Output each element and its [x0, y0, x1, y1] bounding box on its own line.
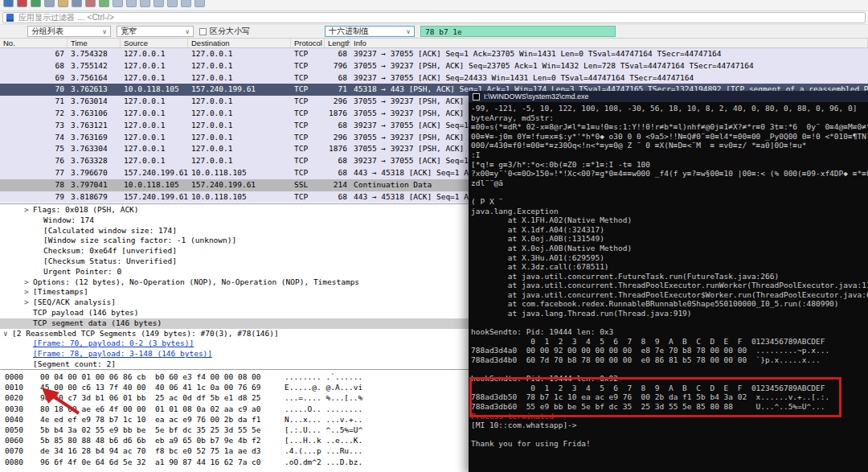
- packet-destination: 127.0.0.1: [188, 96, 291, 108]
- packet-protocol: TCP: [291, 72, 325, 84]
- main-toolbar: [0, 0, 868, 11]
- stop-capture-icon[interactable]: [17, 0, 27, 7]
- cmd-line: at X.1FH.A02(Native Method): [471, 215, 868, 225]
- packet-destination: 127.0.0.1: [188, 132, 291, 144]
- cmd-line: [471, 318, 868, 328]
- column-header-length[interactable]: Length: [325, 39, 350, 47]
- detail-text: TCP segment data (146 bytes): [33, 318, 162, 329]
- hex-bytes: 00 04 00 01 00 06 86 cb b0 60 e3 f4 00 0…: [40, 371, 275, 382]
- column-header-destination[interactable]: Destination: [188, 39, 291, 47]
- cmd-line: [MI 10::com.whatsapp]->: [471, 421, 868, 430]
- packet-time: 3.763121: [68, 120, 121, 132]
- packet-length: 68: [325, 120, 350, 132]
- hex-ascii: E.....@. @.A...vi: [285, 382, 362, 392]
- restart-capture-icon[interactable]: [31, 0, 41, 7]
- detail-text: [Calculated window size: 174]: [43, 226, 177, 236]
- packet-row[interactable]: 683.755142127.0.0.1127.0.0.1TCP79637055 …: [0, 60, 868, 72]
- auto-scroll-icon[interactable]: [194, 0, 205, 7]
- find-packet-icon[interactable]: [113, 0, 123, 7]
- packet-no: 69: [0, 72, 68, 84]
- expander-icon[interactable]: >: [24, 205, 33, 215]
- case-sensitive-checkbox[interactable]: 区分大小写: [199, 26, 250, 37]
- expander-icon[interactable]: ∨: [3, 329, 12, 339]
- packet-time: 3.754328: [68, 48, 121, 60]
- packet-length: 68: [325, 191, 350, 203]
- checkbox-icon[interactable]: [199, 28, 207, 35]
- expander-spacer: [35, 267, 43, 277]
- cmd-line: java.lang.Exception: [471, 207, 868, 216]
- hex-bytes: 9d f0 c7 3d b1 06 01 bb 25 ac 0d df 5b e…: [40, 392, 275, 403]
- cmd-output[interactable]: -99, -121, -5, 10, 122, 100, 108, -30, 5…: [469, 102, 868, 472]
- expander-spacer: [35, 257, 43, 267]
- cmd-line: ( P X ¨: [471, 197, 868, 207]
- find-width-dropdown[interactable]: 宽窄 ∨: [117, 26, 194, 37]
- chevron-down-icon: ∨: [406, 28, 411, 35]
- cmd-title-text: I:\WINDOWS\system32\cmd.exe: [484, 92, 589, 101]
- reload-icon[interactable]: [99, 0, 109, 7]
- cmd-line: at java.util.concurrent.ThreadPoolExecut…: [471, 290, 868, 300]
- packet-destination: 127.0.0.1: [188, 143, 291, 155]
- packet-protocol: TCP: [291, 191, 325, 203]
- cmd-line: at X.1df.A04(:324317): [471, 225, 868, 235]
- packet-no: 78: [0, 179, 68, 191]
- column-header-time[interactable]: Time: [68, 39, 121, 47]
- detail-text: [SEQ/ACK analysis]: [33, 298, 116, 308]
- hex-offset: 0030: [5, 404, 34, 414]
- hex-ascii: .4.(...p ...Ru...: [285, 445, 362, 456]
- open-file-icon[interactable]: [58, 0, 68, 7]
- packet-source: 127.0.0.1: [121, 60, 188, 72]
- go-back-icon[interactable]: [126, 0, 137, 7]
- packet-info: 37055 → 39237 [PSH, ACK] Seq=23705 Ack=1…: [350, 60, 868, 72]
- find-type-dropdown[interactable]: 十六进制值 ∨: [325, 26, 415, 37]
- hex-offset: 0070: [5, 445, 34, 456]
- packet-row[interactable]: 673.754328127.0.0.1127.0.0.1TCP6839237 →…: [0, 48, 868, 60]
- hex-ascii: .oO.dm^2 ...D.bz.: [285, 457, 362, 467]
- start-capture-icon[interactable]: [3, 0, 14, 7]
- find-input[interactable]: 78 b7 1e: [420, 26, 616, 37]
- detail-text: Window: 174: [43, 215, 94, 226]
- go-first-icon[interactable]: [167, 0, 178, 7]
- column-header-protocol[interactable]: Protocol: [291, 39, 325, 47]
- cmd-line: zdl¨¨@ä: [471, 179, 868, 188]
- packet-no: 75: [0, 143, 68, 155]
- cmd-line: 788ad3d4b0 60 7d 70 b8 78 00 00 00 e0 86…: [471, 355, 868, 365]
- expander-icon[interactable]: >: [24, 298, 33, 308]
- go-forward-icon[interactable]: [140, 0, 150, 7]
- hex-ascii: [.:.U... ^..5%=U^: [285, 425, 362, 435]
- display-filter-input[interactable]: 应用显示过滤器 … <Ctrl-/>: [2, 12, 866, 23]
- expander-icon[interactable]: >: [24, 287, 33, 298]
- packet-length: 68: [325, 48, 350, 60]
- detail-text: TCP payload (146 bytes): [33, 308, 139, 318]
- find-scope-dropdown[interactable]: 分组列表 ∨: [27, 26, 111, 37]
- packet-no: 79: [0, 191, 68, 203]
- detail-text: Checksum: 0xe64f [unverified]: [43, 246, 177, 257]
- expander-icon[interactable]: >: [24, 277, 33, 288]
- hex-offset: 0080: [5, 457, 34, 467]
- column-header-source[interactable]: Source: [121, 39, 188, 47]
- expander-spacer: [24, 318, 33, 329]
- detail-text: Flags: 0x018 (PSH, ACK): [33, 205, 139, 215]
- expander-spacer: [24, 339, 33, 349]
- cmd-line: at X.3dz.call(:678511): [471, 262, 868, 272]
- go-last-icon[interactable]: [181, 0, 191, 7]
- column-header-no[interactable]: No.: [0, 39, 68, 47]
- packet-row[interactable]: 693.756164127.0.0.1127.0.0.1TCP6839237 →…: [0, 72, 868, 84]
- expander-spacer: [35, 215, 43, 226]
- close-file-icon[interactable]: [85, 0, 96, 7]
- hex-ascii: N...x... ...v.+..: [285, 414, 362, 425]
- packet-time: 3.762613: [68, 84, 121, 96]
- column-header-info[interactable]: Info: [350, 39, 868, 47]
- packet-info: 39237 → 37055 [ACK] Seq=24433 Win=1431 L…: [350, 72, 868, 84]
- detail-text: Options: (12 bytes), No-Operation (NOP),…: [33, 277, 359, 288]
- go-to-packet-icon[interactable]: [154, 0, 164, 7]
- packet-time: 3.763328: [68, 155, 121, 167]
- save-file-icon[interactable]: [72, 0, 82, 7]
- cmd-titlebar[interactable]: I:\WINDOWS\system32\cmd.exe: [469, 91, 868, 102]
- hex-offset: 0050: [5, 425, 34, 435]
- capture-options-icon[interactable]: [44, 0, 55, 7]
- cmd-line: Thank you for using Frida!: [471, 439, 868, 449]
- packet-length: 296: [325, 96, 350, 108]
- packet-source: 127.0.0.1: [121, 72, 188, 84]
- filter-bookmark-icon[interactable]: [6, 14, 14, 22]
- detail-text: [Window size scaling factor: -1 (unknown…: [43, 236, 236, 246]
